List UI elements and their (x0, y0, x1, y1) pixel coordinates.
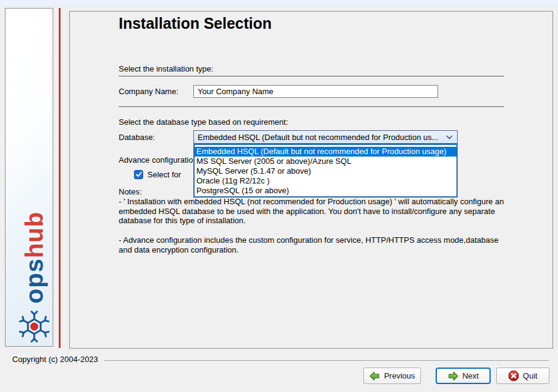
dropdown-option-embedded-hsql[interactable]: Embedded HSQL (Default but not recommend… (195, 147, 456, 157)
red-accent-line (59, 8, 61, 348)
logo-text-ops: ops (21, 258, 48, 303)
note-embedded-hsql: - ' Installation with embedded HSQL (not… (119, 197, 510, 226)
dropdown-option-mysql[interactable]: MySQL Server (5.1.47 or above) (195, 166, 456, 176)
quit-button-label: Quit (523, 371, 538, 380)
sidebar-branding-panel: opshub (5, 8, 53, 347)
database-select[interactable]: Embedded HSQL (Default but not recommend… (193, 130, 458, 144)
advance-config-label: Advance configuration (119, 155, 198, 165)
advance-checkbox-label[interactable]: Select for (147, 170, 181, 180)
database-dropdown-list: Embedded HSQL (Default but not recommend… (193, 144, 458, 198)
arrow-left-icon (370, 371, 380, 381)
database-section-label: Select the database type based on requir… (119, 117, 288, 127)
dropdown-option-mssql[interactable]: MS SQL Server (2005 or above)/Azure SQL (195, 157, 456, 166)
previous-button[interactable]: Previous (363, 368, 421, 384)
notes-label: Notes: (119, 187, 142, 197)
company-name-input[interactable] (193, 85, 438, 98)
arrow-right-icon (448, 371, 458, 381)
opshub-hub-icon (17, 309, 51, 346)
footer-separator-line (104, 360, 549, 361)
separator-line (119, 76, 504, 76)
next-button-label: Next (463, 371, 479, 380)
dropdown-option-postgresql[interactable]: PostgreSQL (15 or above) (195, 186, 456, 196)
database-selected-value: Embedded HSQL (Default but not recommend… (198, 133, 438, 142)
quit-button[interactable]: Quit (496, 368, 549, 384)
next-button[interactable]: Next (436, 368, 491, 384)
separator-line (119, 106, 504, 107)
company-name-label: Company Name: (119, 87, 179, 97)
copyright-text: Copyright (c) 2004-2023 (12, 355, 98, 364)
installation-type-label: Select the installation type: (119, 64, 214, 74)
installer-content-panel: Installation Selection Select the instal… (69, 11, 553, 349)
quit-x-icon (508, 371, 519, 381)
note-advance-config: - Advance configuration includes the cus… (119, 235, 510, 254)
chevron-down-icon (446, 135, 453, 139)
logo-text-hub: hub (21, 212, 48, 258)
checkmark-icon (136, 172, 142, 177)
database-label: Database: (119, 133, 155, 142)
page-title: Installation Selection (119, 15, 272, 32)
advance-config-checkbox[interactable] (134, 170, 143, 179)
previous-button-label: Previous (384, 371, 415, 380)
window-top-strip (0, 0, 558, 7)
dropdown-option-oracle[interactable]: Oracle (11g R2/12c ) (195, 176, 456, 186)
opshub-logo: opshub (21, 212, 48, 303)
